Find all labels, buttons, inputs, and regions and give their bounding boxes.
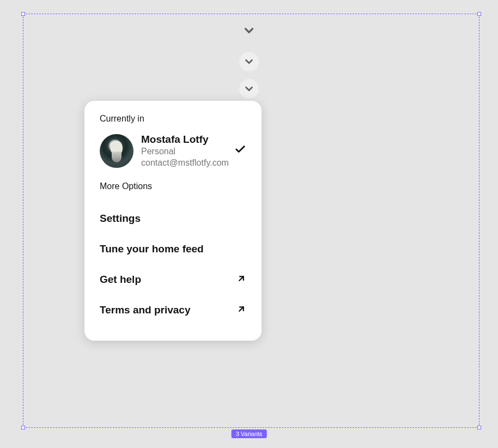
external-link-icon xyxy=(236,304,246,316)
account-row[interactable]: Mostafa Lotfy Personal contact@mstflotfy… xyxy=(84,134,262,168)
account-email: contact@mstflotfy.com xyxy=(141,158,246,169)
more-options-label: More Options xyxy=(84,181,262,191)
checkmark-icon xyxy=(234,143,246,158)
menu-item-settings[interactable]: Settings xyxy=(84,203,262,234)
menu-item-label: Get help xyxy=(100,274,141,286)
selection-handle-top-left[interactable] xyxy=(21,12,25,16)
chevron-down-button-variant-3[interactable] xyxy=(239,79,259,99)
chevron-down-icon xyxy=(243,56,255,68)
variants-badge[interactable]: 3 Variants xyxy=(232,429,267,438)
selection-handle-top-right[interactable] xyxy=(477,12,481,16)
menu-item-tune-feed[interactable]: Tune your home feed xyxy=(84,234,262,264)
external-link-icon xyxy=(236,274,246,286)
avatar xyxy=(100,134,133,168)
account-type: Personal xyxy=(141,146,246,158)
menu-item-terms-privacy[interactable]: Terms and privacy xyxy=(84,295,262,325)
account-dropdown-menu: Currently in Mostafa Lotfy Personal cont… xyxy=(84,101,262,341)
selection-handle-bottom-right[interactable] xyxy=(477,426,481,429)
menu-item-get-help[interactable]: Get help xyxy=(84,264,262,295)
currently-in-label: Currently in xyxy=(84,114,262,124)
menu-item-label: Settings xyxy=(100,213,141,225)
menu-item-label: Terms and privacy xyxy=(100,304,191,316)
chevron-down-icon[interactable] xyxy=(242,23,256,40)
menu-item-label: Tune your home feed xyxy=(100,243,204,255)
selection-handle-bottom-left[interactable] xyxy=(21,426,25,429)
account-name: Mostafa Lotfy xyxy=(141,134,246,146)
account-info: Mostafa Lotfy Personal contact@mstflotfy… xyxy=(141,134,246,168)
chevron-down-button-variant-2[interactable] xyxy=(239,52,259,71)
chevron-down-icon xyxy=(243,83,255,95)
